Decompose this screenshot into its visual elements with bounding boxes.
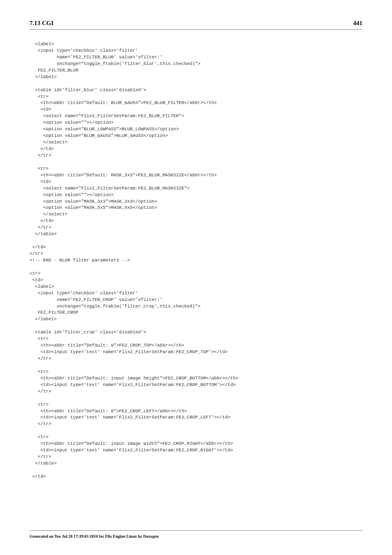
header-section: 7.13 CGI bbox=[30, 20, 53, 27]
page-footer: Generated on Tue Jul 20 17:39:03 2010 fo… bbox=[30, 530, 362, 539]
page-header: 7.13 CGI 441 bbox=[30, 20, 362, 30]
code-listing: <label> <input type='checkbox' class='fi… bbox=[30, 41, 362, 480]
page: 7.13 CGI 441 <label> <input type='checkb… bbox=[0, 0, 392, 555]
header-page-number: 441 bbox=[353, 20, 363, 27]
footer-text: Generated on Tue Jul 20 17:39:03 2010 fo… bbox=[30, 534, 159, 539]
